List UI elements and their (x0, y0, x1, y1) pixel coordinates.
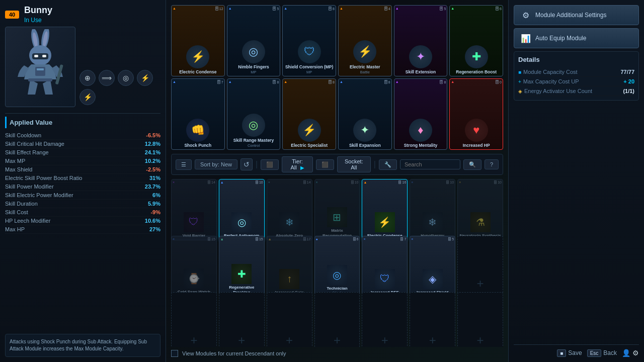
inv-badge-left-6: × (459, 180, 461, 184)
equipped-sub-2: MP (306, 70, 312, 74)
detail-row-energy: ◈ Energy Activator Use Count (1/1) (518, 86, 634, 96)
search-button[interactable]: 🔍 (463, 159, 481, 170)
inv-module-8[interactable]: ▲ 🗄15 ✚ Regenerative Breaking (219, 236, 265, 297)
help-button[interactable]: ? (485, 159, 499, 169)
stat-row-4: Max MP 10.2% (5, 157, 160, 165)
inv-module-7[interactable]: × 🗄15 ⌚ Cold Snap Watch (171, 236, 217, 297)
equipped-icon-4: ✦ (409, 45, 432, 68)
equipped-module-5[interactable]: ▲ 🗄6 ✚ Regeneration Boost (449, 5, 503, 76)
inv-module-16[interactable]: + (267, 292, 312, 347)
user-icon: 👤 (622, 349, 630, 357)
char-icon-arrow[interactable]: ⟹ (99, 70, 115, 86)
equipped-badge-left-2: ▲ (284, 7, 287, 10)
inv-module-0[interactable]: × 🗄14 🛡 Void Barrier (171, 179, 217, 240)
inv-icon-5: ❄ (423, 212, 443, 232)
inv-module-19[interactable]: + (410, 292, 455, 347)
svg-rect-12 (28, 78, 52, 81)
equipped-badge-left-8: ▲ (284, 80, 287, 83)
equipped-name-6: Shock Punch (184, 143, 211, 148)
left-panel: 40 Bunny In Use (0, 0, 166, 362)
equipped-module-7[interactable]: ▲ 🗄8 ◎ Skill Range Mastery Control (227, 78, 281, 150)
layers-icon: ⬛ (266, 161, 273, 168)
inv-module-6[interactable]: × 🗄10 ⚗ Neurotoxin Synthesis (457, 179, 503, 240)
equipped-module-8[interactable]: ▲ 🗄8 ⚡ Electric Specialist (282, 78, 336, 150)
tier-chevron-icon: ⬛ (321, 161, 329, 168)
inv-module-17[interactable]: + (314, 292, 360, 347)
stat-name-10: Skill Cost (5, 209, 28, 215)
stat-value-9: 5.9% (148, 201, 160, 207)
view-descendant-checkbox[interactable] (171, 350, 178, 357)
equipped-module-9[interactable]: ▲ 🗄8 ✦ Skill Expansion (338, 78, 392, 150)
inv-icon-12: ◈ (423, 269, 443, 289)
inv-module-10[interactable]: ● 🗄6 ◎ Technician Attack (314, 236, 360, 297)
tier-filter-button[interactable]: Tier: All ▶ (282, 156, 313, 172)
back-button[interactable]: Esc Back (587, 349, 617, 357)
char-icon-lightning1[interactable]: ⚡ (137, 70, 153, 86)
equipped-module-2[interactable]: ▲ 🗄8 🛡 Shield Conversion (MP) MP (282, 5, 336, 76)
module-settings-label: Module Additional Settings (535, 12, 606, 19)
equipped-module-4[interactable]: ▲ 🗄5 ✦ Skill Extension (394, 5, 448, 76)
equipped-module-1[interactable]: ▲ 🗄5 ◎ Nimble Fingers MP (227, 5, 281, 76)
inv-icon-empty-17: + (327, 330, 347, 347)
view-descendant-label: View Modules for current Descendant only (182, 350, 286, 356)
inv-module-2[interactable]: × 🗄14 ❄ Absolute-Zero (267, 179, 312, 240)
stat-name-8: Skill Electric Power Modifier (5, 192, 73, 198)
char-icon-target[interactable]: ⊕ (79, 70, 96, 86)
equipped-badge-left-6: ▲ (173, 80, 176, 83)
capacity-label: ■ Module Capacity Cost (518, 69, 578, 75)
equipped-icon-7: ◎ (242, 114, 265, 137)
stat-row-5: Max Shield -2.5% (5, 165, 160, 174)
char-icon-lightning2[interactable]: ⚡ (79, 89, 96, 105)
socket-filter-button[interactable]: Socket: All (337, 156, 371, 172)
stat-name-4: Max MP (5, 158, 25, 164)
equipped-module-6[interactable]: ▲ 🗄7 👊 Shock Punch (171, 78, 225, 150)
tier-chevron-btn[interactable]: ⬛ (316, 159, 334, 170)
search-input[interactable] (400, 159, 460, 169)
energy-icon: ◈ (518, 88, 522, 94)
search-icon-btn[interactable]: 🔧 (379, 159, 397, 170)
equipped-badge-7: 🗄8 (272, 80, 279, 84)
inv-module-14[interactable]: + (171, 292, 217, 347)
inv-module-3[interactable]: × 🗄10 ⊞ Matrix Recomputation (314, 179, 360, 240)
stat-row-2: Skill Critical Hit Damage 12.8% (5, 140, 160, 148)
inv-icon-6: ⚗ (470, 212, 491, 232)
inv-badge-left-9: ▲ (268, 237, 272, 241)
inv-badge-left-1: ▲ (220, 180, 224, 184)
equipped-badge-left-4: ▲ (395, 7, 399, 10)
inv-icon-9: ↑ (279, 269, 299, 289)
inv-module-11[interactable]: × 🗄7 🛡 Increased DEF (362, 236, 408, 297)
inv-icon-empty-15: + (231, 330, 252, 347)
sort-by-button[interactable]: Sort by: New (195, 159, 237, 169)
equipped-module-3[interactable]: ▲ 🗄4 ⚡ Electric Master Battle (338, 5, 392, 76)
inv-module-1[interactable]: ▲ 🗄10 ◎ Perfect Antivenom (219, 179, 265, 240)
char-icon-eye[interactable]: ◎ (118, 70, 134, 86)
module-additional-settings-button[interactable]: ⚙ Module Additional Settings (514, 5, 639, 25)
inv-module-9[interactable]: ▲ 🗄17 ↑ Increased Gain (267, 236, 312, 297)
equipped-module-0[interactable]: ▲ 🗄12 ⚡ Electric Condense (171, 5, 225, 76)
filter-icon-btn[interactable]: ☰ (176, 159, 192, 170)
character-icons: ⊕ ⟹ ◎ ⚡ ⚡ (79, 65, 160, 105)
inv-badge-5: 🗄10 (446, 180, 454, 184)
inv-module-12[interactable]: × 🗄5 ◈ Increased Shield (410, 236, 455, 297)
center-panel: ▲ 🗄12 ⚡ Electric Condense ▲ 🗄5 ◎ Nimble … (166, 0, 508, 362)
equipped-module-11[interactable]: ▲ 🗄0 ♥ Increased HP (449, 78, 503, 150)
inv-module-5[interactable]: × 🗄10 ❄ Hypothermy (410, 179, 455, 240)
inv-icon-empty-14: + (184, 330, 204, 347)
equipped-badge-1: 🗄5 (272, 7, 279, 11)
inv-badge-2: 🗄14 (303, 180, 311, 184)
inv-badge-1: 🗄10 (255, 180, 263, 184)
refresh-button[interactable]: ↺ (240, 158, 253, 170)
equipped-module-10[interactable]: ▲ 🗄8 ♦ Strong Mentality (394, 78, 448, 150)
save-button[interactable]: ■ Save (557, 349, 582, 357)
auto-equip-button[interactable]: 📊 Auto Equip Module (514, 28, 639, 48)
inv-module-18[interactable]: + (362, 292, 408, 347)
equipped-badge-left-11: ▲ (451, 80, 454, 83)
inv-module-15[interactable]: + (219, 292, 265, 347)
equipped-badge-left-7: ▲ (228, 80, 232, 83)
inv-module-4[interactable]: ▲ 🗄16 ⚡ Electric Condense (362, 179, 408, 240)
inv-badge-4: 🗄16 (398, 180, 406, 184)
inv-module-13[interactable]: + (457, 236, 503, 297)
inv-badge-left-4: ▲ (363, 180, 367, 184)
layers-btn[interactable]: ⬛ (261, 159, 279, 170)
inv-module-20[interactable]: + (457, 292, 503, 347)
